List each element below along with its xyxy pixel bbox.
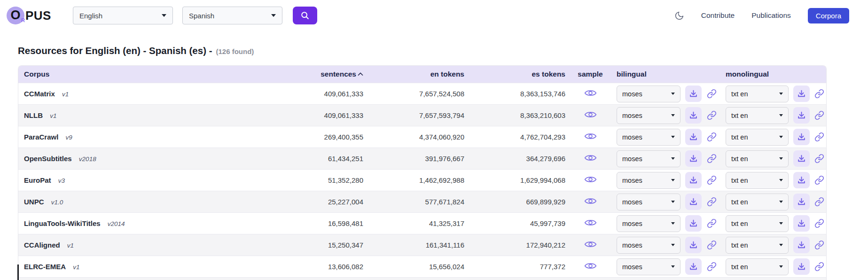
bilingual-link-button[interactable] <box>704 238 719 253</box>
bilingual-download-button[interactable] <box>685 129 702 145</box>
monolingual-download-button[interactable] <box>793 129 809 145</box>
source-language-select[interactable]: English <box>73 7 173 24</box>
bilingual-format-select[interactable]: moses <box>617 150 680 167</box>
monolingual-download-button[interactable] <box>793 237 809 253</box>
corpus-link[interactable]: ParaCrawl <box>24 133 58 141</box>
monolingual-link-button[interactable] <box>813 108 826 123</box>
corpus-link[interactable]: ELRC-EMEA <box>24 263 66 271</box>
es-tokens-value: 4,762,704,293 <box>464 133 565 141</box>
target-language-select[interactable]: Spanish <box>182 7 282 24</box>
chevron-down-icon <box>671 244 675 246</box>
bilingual-format-select[interactable]: moses <box>617 86 680 102</box>
corpus-link[interactable]: CCAligned <box>24 241 60 249</box>
opus-logo[interactable]: O R PUS <box>7 7 51 24</box>
bilingual-download-button[interactable] <box>685 86 702 102</box>
monolingual-format-select[interactable]: txt en <box>726 258 789 275</box>
chevron-down-icon <box>779 114 783 117</box>
bilingual-format-select[interactable]: moses <box>617 107 680 124</box>
monolingual-download-button[interactable] <box>793 258 809 275</box>
corpus-link[interactable]: CCMatrix <box>24 90 55 98</box>
monolingual-download-button[interactable] <box>793 215 809 232</box>
monolingual-format-select[interactable]: txt en <box>726 129 789 146</box>
monolingual-format-select[interactable]: txt en <box>726 107 789 124</box>
sentences-value: 409,061,333 <box>206 90 363 98</box>
bilingual-link-button[interactable] <box>704 216 719 231</box>
monolingual-link-button[interactable] <box>813 86 826 101</box>
corpus-link[interactable]: UNPC <box>24 198 44 206</box>
corpus-link[interactable]: OpenSubtitles <box>24 155 72 163</box>
bilingual-download-button[interactable] <box>685 237 702 253</box>
monolingual-download-button[interactable] <box>793 150 809 167</box>
monolingual-link-button[interactable] <box>813 259 826 274</box>
bilingual-download-button[interactable] <box>685 215 702 232</box>
search-button[interactable] <box>293 7 317 24</box>
nav-link-contribute[interactable]: Contribute <box>701 11 735 20</box>
sentences-value: 13,606,082 <box>206 263 363 271</box>
monolingual-download-button[interactable] <box>793 86 809 102</box>
bilingual-download-button[interactable] <box>685 258 702 275</box>
chevron-down-icon <box>671 93 675 95</box>
bilingual-link-button[interactable] <box>704 259 719 274</box>
bilingual-format-select[interactable]: moses <box>617 237 680 254</box>
bilingual-link-button[interactable] <box>704 194 719 210</box>
monolingual-link-button[interactable] <box>813 194 826 210</box>
sample-preview-button[interactable] <box>584 240 597 249</box>
monolingual-format-select[interactable]: txt en <box>726 172 789 189</box>
sample-preview-button[interactable] <box>584 89 597 97</box>
sentences-value: 269,400,355 <box>206 133 363 141</box>
bilingual-link-button[interactable] <box>704 173 719 188</box>
bilingual-download-button[interactable] <box>685 194 702 210</box>
monolingual-link-button[interactable] <box>813 151 826 166</box>
monolingual-format-select[interactable]: txt en <box>726 150 789 167</box>
sample-preview-button[interactable] <box>584 110 597 119</box>
corpus-version: v2018 <box>79 156 96 163</box>
download-icon <box>797 111 806 120</box>
sample-preview-button[interactable] <box>584 132 597 140</box>
monolingual-download-button[interactable] <box>793 172 809 188</box>
monolingual-format-select[interactable]: txt en <box>726 86 789 102</box>
monolingual-download-button[interactable] <box>793 107 809 124</box>
bilingual-format-select[interactable]: moses <box>617 129 680 146</box>
monolingual-link-button[interactable] <box>813 216 826 231</box>
sample-preview-button[interactable] <box>584 197 597 205</box>
table-row: ELRC-EMEA v1 13,606,082 15,656,024 777,3… <box>18 256 826 277</box>
bilingual-format-select[interactable]: moses <box>617 194 680 210</box>
eye-icon <box>584 175 597 184</box>
resources-table: Corpus sentences en tokens es tokens sam… <box>18 65 827 280</box>
bilingual-link-button[interactable] <box>704 108 719 123</box>
bilingual-link-button[interactable] <box>704 151 719 166</box>
sample-preview-button[interactable] <box>584 154 597 162</box>
sample-preview-button[interactable] <box>584 175 597 184</box>
nav-link-publications[interactable]: Publications <box>751 11 791 20</box>
column-header-monolingual: monolingual <box>724 70 826 78</box>
column-header-sentences-sort[interactable]: sentences <box>206 70 363 78</box>
monolingual-format-select[interactable]: txt en <box>726 215 789 232</box>
bilingual-link-button[interactable] <box>704 86 719 101</box>
bilingual-download-button[interactable] <box>685 107 702 124</box>
monolingual-format-select[interactable]: txt en <box>726 237 789 254</box>
monolingual-link-button[interactable] <box>813 130 826 145</box>
chevron-down-icon <box>671 136 675 138</box>
bilingual-format-select[interactable]: moses <box>617 172 680 189</box>
table-row: OpenSubtitles v2018 61,434,251 391,976,6… <box>18 148 826 169</box>
bilingual-format-select[interactable]: moses <box>617 215 680 232</box>
corpus-link[interactable]: EuroPat <box>24 176 51 184</box>
monolingual-download-button[interactable] <box>793 194 809 210</box>
monolingual-link-button[interactable] <box>813 173 826 188</box>
bilingual-format-select[interactable]: moses <box>617 258 680 275</box>
corpora-button[interactable]: Corpora <box>808 8 849 23</box>
corpus-link[interactable]: LinguaTools-WikiTitles <box>24 219 101 227</box>
chevron-down-icon <box>779 93 783 95</box>
corpus-link[interactable]: NLLB <box>24 111 43 119</box>
monolingual-link-button[interactable] <box>813 238 826 253</box>
bilingual-download-button[interactable] <box>685 150 702 167</box>
corpus-version: v1 <box>50 112 56 119</box>
bilingual-link-button[interactable] <box>704 130 719 145</box>
link-icon <box>814 132 824 142</box>
sample-preview-button[interactable] <box>584 262 597 270</box>
sample-preview-button[interactable] <box>584 218 597 227</box>
monolingual-format-select[interactable]: txt en <box>726 194 789 210</box>
theme-toggle-button[interactable] <box>674 11 684 21</box>
bilingual-download-button[interactable] <box>685 172 702 188</box>
chevron-down-icon <box>671 157 675 160</box>
